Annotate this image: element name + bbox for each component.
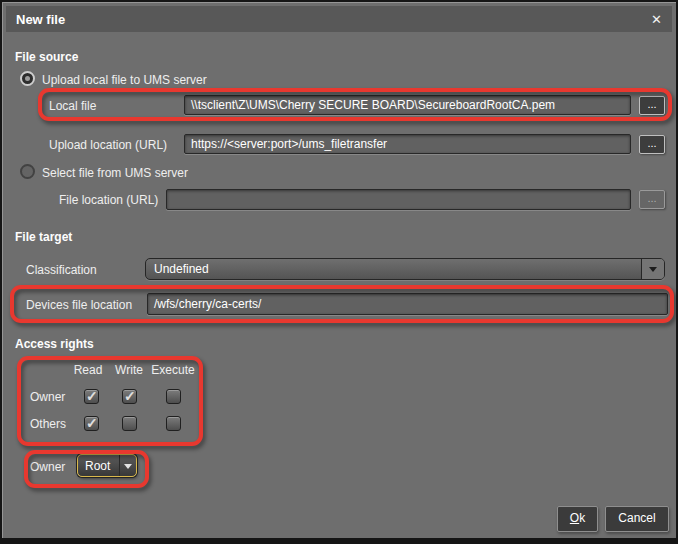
dialog-title: New file [16,12,65,27]
column-header-read: Read [74,363,103,377]
upload-location-input[interactable]: https://<server:port>/ums_filetransfer [184,134,631,154]
new-file-dialog: New file ✕ File source Upload local file… [0,0,678,544]
file-target-header: File target [15,230,72,244]
file-location-label: File location (URL) [59,193,158,207]
column-header-write: Write [115,363,143,377]
radio-upload-local-file[interactable] [20,71,35,86]
file-location-input[interactable] [166,189,631,210]
ok-button[interactable]: Ok [557,506,598,532]
owner-read-checkbox[interactable] [84,389,99,404]
chevron-down-icon[interactable] [119,455,136,476]
local-file-input[interactable]: \\tsclient\Z\UMS\Cherry SECURE BOARD\Sec… [184,95,631,115]
titlebar: New file ✕ [6,6,672,32]
radio-upload-local-file-label: Upload local file to UMS server [42,73,207,87]
owner-dropdown-value: Root [78,459,119,473]
upload-location-browse-button[interactable]: ... [639,135,665,154]
devices-file-location-label: Devices file location [26,298,132,312]
owner-dropdown[interactable]: Root [77,454,137,477]
owner-select-label: Owner [30,460,65,474]
classification-label: Classification [26,263,97,277]
devices-file-location-input[interactable]: /wfs/cherry/ca-certs/ [147,293,668,315]
owner-row-label: Owner [30,390,65,404]
local-file-label: Local file [49,99,96,113]
others-row-label: Others [30,417,66,431]
others-read-checkbox[interactable] [84,416,99,431]
radio-select-from-ums-label: Select file from UMS server [42,166,188,180]
others-execute-checkbox[interactable] [166,416,181,431]
owner-execute-checkbox[interactable] [166,389,181,404]
file-location-browse-button[interactable]: ... [639,190,665,209]
access-rights-header: Access rights [15,337,94,351]
classification-value: Undefined [146,262,641,276]
file-source-header: File source [15,50,78,64]
classification-dropdown[interactable]: Undefined [145,258,665,280]
local-file-browse-button[interactable]: ... [639,96,665,115]
others-write-checkbox[interactable] [122,416,137,431]
owner-write-checkbox[interactable] [122,389,137,404]
column-header-execute: Execute [151,363,194,377]
chevron-down-icon[interactable] [641,259,664,279]
close-icon[interactable]: ✕ [651,13,662,26]
radio-select-from-ums[interactable] [20,164,35,179]
cancel-button[interactable]: Cancel [605,506,669,532]
upload-location-label: Upload location (URL) [49,138,167,152]
